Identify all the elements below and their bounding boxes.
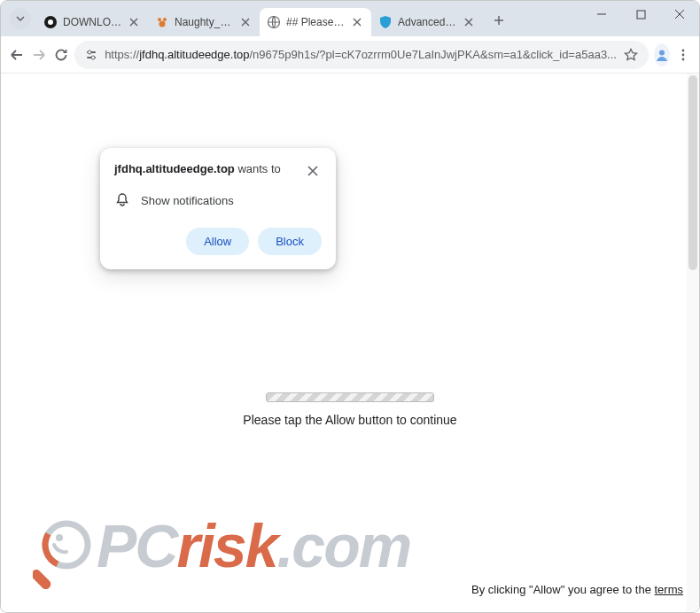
avatar-icon xyxy=(654,47,670,63)
prompt-body: Show notifications xyxy=(114,192,322,208)
favicon-globe-icon xyxy=(267,15,281,29)
window-maximize-button[interactable] xyxy=(621,1,660,27)
tab-search-button[interactable] xyxy=(10,8,31,29)
prompt-wants-to: wants to xyxy=(235,162,281,175)
address-bar[interactable]: https://jfdhq.altitudeedge.top/n9675p9h1… xyxy=(74,41,649,69)
prompt-header: jfdhq.altitudeedge.top wants to xyxy=(114,162,322,180)
reload-button[interactable] xyxy=(52,42,69,68)
back-button[interactable] xyxy=(8,42,25,68)
arrow-right-icon xyxy=(31,47,47,63)
new-tab-button[interactable] xyxy=(486,8,511,33)
prompt-permission-label: Show notifications xyxy=(141,194,234,207)
vertical-scrollbar[interactable] xyxy=(687,74,699,612)
toolbar: https://jfdhq.altitudeedge.top/n9675p9h1… xyxy=(1,36,699,74)
magnifier-icon xyxy=(33,518,104,589)
favicon-shield-icon xyxy=(378,15,393,29)
footer-consent-text: By clicking "Allow" you agree to the ter… xyxy=(471,583,683,596)
chevron-down-icon xyxy=(15,13,26,24)
svg-point-11 xyxy=(659,50,665,55)
tab-title: Naughty_Popa's F xyxy=(175,16,233,28)
window-close-button[interactable] xyxy=(660,1,699,27)
block-button[interactable]: Block xyxy=(258,228,322,255)
close-icon xyxy=(464,18,473,27)
svg-point-18 xyxy=(56,534,63,541)
favicon-paw-icon xyxy=(155,15,169,29)
window-controls xyxy=(582,1,699,36)
close-icon xyxy=(307,166,318,176)
svg-point-14 xyxy=(682,58,685,60)
tab-title: Advanced Ad Blo xyxy=(398,16,456,28)
tab-close-button[interactable] xyxy=(462,15,476,29)
notification-permission-prompt: jfdhq.altitudeedge.top wants to Show not… xyxy=(100,148,336,269)
svg-rect-6 xyxy=(637,11,645,19)
svg-point-10 xyxy=(91,56,95,59)
footer-terms-link[interactable]: terms xyxy=(655,583,684,596)
tab-close-button[interactable] xyxy=(350,15,364,29)
close-icon xyxy=(129,18,138,27)
svg-point-4 xyxy=(159,21,166,27)
browser-window: DOWNLOAD: Red Naughty_Popa's F ## Plea xyxy=(0,0,700,613)
kebab-menu-icon xyxy=(676,48,690,62)
svg-point-13 xyxy=(682,53,685,56)
arrow-left-icon xyxy=(9,47,25,63)
profile-button[interactable] xyxy=(654,43,670,66)
url-text: https://jfdhq.altitudeedge.top/n9675p9h1… xyxy=(105,48,617,61)
footer-pre: By clicking "Allow" you agree to the xyxy=(471,583,655,596)
site-settings-icon[interactable] xyxy=(85,49,97,61)
svg-point-3 xyxy=(163,18,167,21)
prompt-actions: Allow Block xyxy=(114,228,322,255)
minimize-icon xyxy=(596,9,607,19)
scrollbar-thumb[interactable] xyxy=(688,75,697,270)
window-minimize-button[interactable] xyxy=(582,1,621,27)
tab-title: ## Please tap the xyxy=(286,16,345,28)
svg-point-9 xyxy=(88,50,91,54)
prompt-close-button[interactable] xyxy=(304,162,322,180)
close-icon xyxy=(674,9,685,19)
svg-point-2 xyxy=(158,18,161,21)
allow-button[interactable]: Allow xyxy=(186,228,249,255)
pcrisk-watermark: PCrisk.com xyxy=(33,511,387,593)
tab-title: DOWNLOAD: Red xyxy=(63,16,121,28)
favicon-circle-icon xyxy=(43,15,58,29)
close-icon xyxy=(241,18,250,27)
close-icon xyxy=(353,18,362,27)
browser-menu-button[interactable] xyxy=(675,42,692,68)
progress-text: Please tap the Allow button to continue xyxy=(243,413,456,427)
fake-progress-bar xyxy=(266,392,434,402)
svg-point-1 xyxy=(48,19,53,25)
bell-icon xyxy=(114,192,130,208)
prompt-title: jfdhq.altitudeedge.top wants to xyxy=(114,162,281,175)
titlebar: DOWNLOAD: Red Naughty_Popa's F ## Plea xyxy=(1,1,699,36)
plus-icon xyxy=(493,14,505,27)
tab-3[interactable]: Advanced Ad Blo xyxy=(371,8,483,36)
tab-1[interactable]: Naughty_Popa's F xyxy=(148,8,260,36)
forward-button[interactable] xyxy=(30,42,47,68)
prompt-domain: jfdhq.altitudeedge.top xyxy=(114,162,235,175)
reload-icon xyxy=(53,47,69,63)
tab-close-button[interactable] xyxy=(127,15,141,29)
page-content: Please tap the Allow button to continue … xyxy=(1,74,699,612)
tab-close-button[interactable] xyxy=(238,15,253,29)
tab-2-active[interactable]: ## Please tap the xyxy=(260,8,371,36)
svg-point-12 xyxy=(682,49,685,51)
logo-text: PCrisk.com xyxy=(97,511,410,580)
tab-strip: DOWNLOAD: Red Naughty_Popa's F ## Plea xyxy=(36,1,582,36)
maximize-icon xyxy=(636,10,646,19)
svg-rect-17 xyxy=(33,568,52,589)
bookmark-star-icon[interactable] xyxy=(624,48,638,62)
tab-0[interactable]: DOWNLOAD: Red xyxy=(36,8,148,36)
